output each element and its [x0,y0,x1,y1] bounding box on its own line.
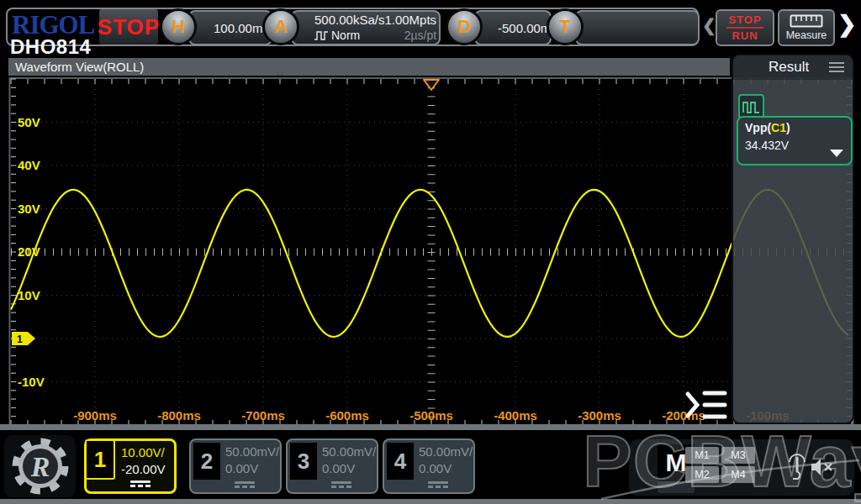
svg-text:-300ms: -300ms [578,408,621,423]
channel2-offset: 0.00V [225,460,279,477]
channel1-values: 10.00V/ -20.00V [121,444,166,478]
svg-text:-10V: -10V [18,375,45,389]
acquire-letter: A [274,16,288,38]
math2-button[interactable]: M2 [685,466,719,483]
delay-knob-button[interactable]: D [446,8,483,45]
channel4-scale: 50.00mV/ [419,444,473,460]
system-icons-group [762,439,854,496]
svg-text:40V: 40V [18,158,40,172]
channel2-number: 2 [193,443,220,480]
svg-text:-800ms: -800ms [157,408,201,423]
axis-labels: 50V40V30V20V10V-10V-900ms-800ms-700ms-60… [18,115,790,423]
channel2-button[interactable]: 2 50.00mV/ 0.00V [189,438,282,494]
svg-text:R: R [29,451,50,482]
measurement-value: 34.432V [745,139,789,152]
trigger-position-icon[interactable] [424,80,439,90]
horizontal-knob-button[interactable]: H [160,8,197,45]
channel3-scale: 50.00mV/ [322,444,376,460]
math3-button[interactable]: M3 [721,447,755,464]
touch-icon[interactable] [785,451,809,483]
svg-text:-900ms: -900ms [73,408,117,423]
math1-button[interactable]: M1 [685,447,719,464]
channel2-dc-coupling-icon [235,481,255,488]
trigger-letter: T [559,16,570,38]
channel4-offset: 0.00V [419,460,473,477]
result-panel-title: Result [769,59,809,76]
delay-letter: D [457,16,471,38]
channel3-number: 3 [290,443,317,480]
channel4-values: 50.00mV/ 0.00V [419,444,473,477]
channel2-scale: 50.00mV/ [225,444,279,460]
trigger-knob-button[interactable]: T [547,8,584,45]
channel2-values: 50.00mV/ 0.00V [225,444,279,477]
channel1-scale: 10.00V/ [121,444,166,461]
svg-text:-400ms: -400ms [494,408,537,423]
dropdown-arrow-icon[interactable] [830,150,843,157]
result-panel: Result Vpp(C1) 34.432V [732,54,854,424]
channel3-values: 50.00mV/ 0.00V [322,444,376,477]
channel3-button[interactable]: 3 50.00mV/ 0.00V [286,438,378,494]
measurement-item[interactable]: Vpp(C1) 34.432V [737,116,853,165]
svg-text:-500ms: -500ms [409,408,453,423]
horizontal-letter: H [172,16,185,38]
channel1-dc-coupling-icon [130,480,151,487]
channel1-offset: -20.00V [121,461,166,478]
channel1-number: 1 [85,439,115,480]
svg-text:-700ms: -700ms [241,408,285,423]
channel1-trace [11,190,848,337]
measurement-name: Vpp(C1) [745,121,790,134]
gear-icon: R [10,436,71,496]
svg-text:-600ms: -600ms [325,408,369,423]
channel3-dc-coupling-icon [331,481,351,488]
speaker-muted-icon[interactable] [809,456,836,478]
channel1-button[interactable]: 1 10.00V/ -20.00V [84,438,177,494]
graticule [10,78,853,425]
result-menu-icon[interactable] [829,62,844,75]
svg-text:1: 1 [17,333,23,345]
channel3-offset: 0.00V [322,460,376,477]
measurement-source: C1 [771,121,786,134]
channel4-button[interactable]: 4 50.00mV/ 0.00V [383,438,475,494]
rigol-gear-logo-button[interactable]: R [4,435,76,497]
acquire-knob-button[interactable]: A [262,8,299,45]
bottom-edge-strip [0,499,861,504]
channel1-ground-marker[interactable]: 1 [12,332,35,345]
math4-button[interactable]: M4 [721,466,755,483]
channel4-number: 4 [387,443,414,480]
svg-text:50V: 50V [18,115,40,129]
svg-text:10V: 10V [18,288,40,302]
svg-text:-200ms: -200ms [662,408,705,423]
grid-bottom-border [0,424,861,430]
svg-text:30V: 30V [18,202,40,216]
channel4-dc-coupling-icon [428,481,448,488]
